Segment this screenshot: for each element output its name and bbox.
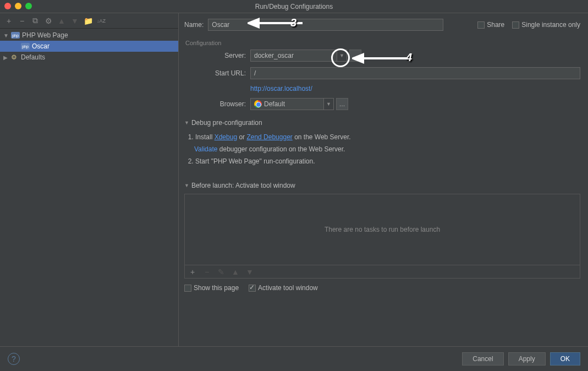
maximize-window-icon[interactable] (25, 3, 32, 9)
apply-button[interactable]: Apply (508, 352, 546, 365)
add-icon[interactable]: + (4, 17, 13, 25)
ok-button[interactable]: OK (550, 352, 580, 365)
down-icon[interactable]: ▼ (70, 17, 79, 25)
sidebar: + − ⧉ ⚙ ▲ ▼ 📁 ↓AZ ▼ php PHP Web Page php… (0, 13, 179, 346)
browser-browse-button[interactable]: … (336, 98, 348, 110)
start-url-input[interactable] (250, 67, 580, 79)
chevron-right-icon: ▶ (3, 54, 9, 61)
validate-link[interactable]: Validate (194, 145, 217, 153)
name-label: Name: (184, 21, 204, 29)
up-icon[interactable]: ▲ (57, 17, 66, 25)
activate-window-checkbox[interactable]: Activate tool window (249, 284, 318, 292)
tree-item-oscar[interactable]: php Oscar (0, 41, 178, 52)
add-icon[interactable]: + (188, 268, 197, 276)
chevron-down-icon: ▼ (184, 183, 189, 188)
sort-icon[interactable]: ↓AZ (97, 17, 106, 25)
remove-icon[interactable]: − (18, 17, 26, 25)
debug-steps-list: Install Xdebug or Zend Debugger on the W… (195, 131, 580, 167)
window-title: Run/Debug Configurations (255, 3, 333, 10)
copy-icon[interactable]: ⧉ (31, 17, 40, 25)
zend-link[interactable]: Zend Debugger (246, 133, 292, 141)
remove-icon[interactable]: − (202, 268, 211, 276)
configuration-group-label: Configuration (185, 40, 580, 46)
server-browse-button[interactable]: … (349, 50, 361, 62)
close-window-icon[interactable] (4, 3, 11, 9)
chevron-down-icon: ▼ (337, 50, 347, 62)
chrome-icon (254, 100, 262, 108)
titlebar: Run/Debug Configurations (0, 0, 588, 13)
sidebar-toolbar: + − ⧉ ⚙ ▲ ▼ 📁 ↓AZ (0, 13, 178, 29)
folder-icon[interactable]: 📁 (84, 17, 92, 25)
tree-label: Defaults (21, 53, 45, 61)
xdebug-link[interactable]: Xdebug (215, 133, 237, 141)
edit-icon[interactable]: ✎ (217, 268, 226, 276)
gears-icon: ⚙ (11, 53, 19, 61)
debug-pre-config-toggle[interactable]: ▼ Debug pre-configuration (184, 119, 580, 127)
before-launch-tasks: There are no tasks to run before launch (184, 194, 580, 265)
content-panel: Name: Share Single instance only Configu… (179, 13, 588, 346)
list-item: Install Xdebug or Zend Debugger on the W… (195, 131, 580, 143)
tree-label: Oscar (32, 42, 50, 50)
single-instance-checkbox[interactable]: Single instance only (512, 21, 580, 29)
share-checkbox[interactable]: Share (477, 21, 504, 29)
server-label: Server: (196, 52, 246, 59)
tree-item-defaults[interactable]: ▶ ⚙ Defaults (0, 52, 178, 63)
start-url-label: Start URL: (196, 69, 246, 77)
list-item: Start "PHP Web Page" run-configuration. (195, 155, 580, 167)
tree-label: PHP Web Page (22, 31, 68, 39)
php-icon: php (21, 43, 30, 50)
chevron-down-icon: ▼ (184, 120, 189, 126)
name-input[interactable] (208, 19, 443, 31)
show-page-checkbox[interactable]: Show this page (184, 284, 239, 292)
list-item: Validate debugger configuration on the W… (194, 143, 580, 155)
php-icon: php (11, 32, 20, 39)
settings-icon[interactable]: ⚙ (44, 17, 53, 25)
bottom-bar: ? Cancel Apply OK (0, 346, 588, 371)
browser-label: Browser: (196, 100, 246, 108)
config-tree: ▼ php PHP Web Page php Oscar ▶ ⚙ Default… (0, 29, 178, 346)
browser-dropdown[interactable]: Default ▼ (250, 98, 334, 110)
before-launch-toggle[interactable]: ▼ Before launch: Activate tool window (184, 182, 580, 189)
server-dropdown[interactable]: docker_oscar ▼ (250, 50, 347, 62)
window-controls (4, 3, 32, 9)
url-preview-link[interactable]: http://oscar.localhost/ (250, 85, 580, 92)
help-icon[interactable]: ? (8, 353, 20, 365)
empty-tasks-label: There are no tasks to run before launch (325, 226, 440, 233)
chevron-down-icon: ▼ (324, 98, 334, 110)
before-launch-toolbar: + − ✎ ▲ ▼ (184, 265, 580, 279)
chevron-down-icon: ▼ (3, 32, 9, 39)
cancel-button[interactable]: Cancel (462, 352, 503, 365)
down-icon[interactable]: ▼ (245, 268, 254, 276)
up-icon[interactable]: ▲ (231, 268, 240, 276)
tree-item-php-web-page[interactable]: ▼ php PHP Web Page (0, 30, 178, 41)
minimize-window-icon[interactable] (15, 3, 21, 9)
